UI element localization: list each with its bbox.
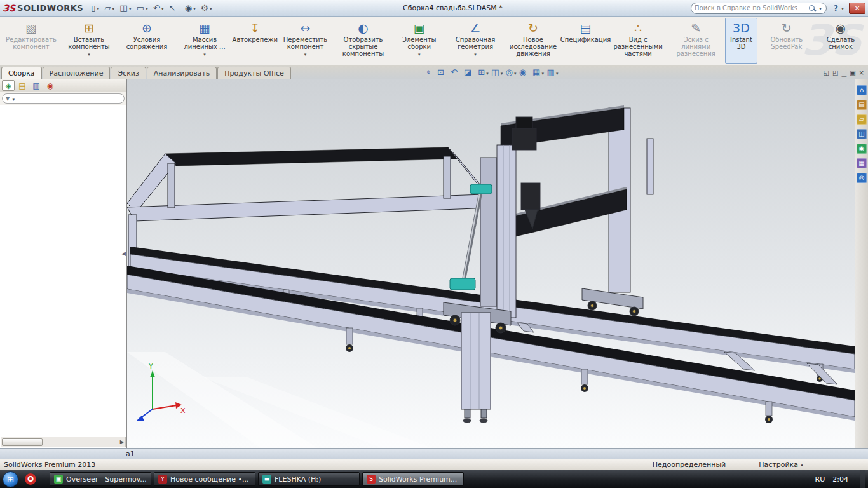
open-document-button[interactable]: ▱ xyxy=(103,3,117,14)
design-library-tab[interactable]: ▤ xyxy=(857,100,867,110)
feature-filter-input[interactable]: ▼ xyxy=(2,93,125,104)
search-icon[interactable] xyxy=(808,4,816,12)
opera-quicklaunch[interactable]: O xyxy=(25,473,36,485)
print-button[interactable]: ▭ xyxy=(135,3,151,14)
feature-tree-area[interactable] xyxy=(0,105,126,437)
save-button[interactable]: ◫ xyxy=(118,3,133,14)
linear-pattern-button[interactable]: ▦ Массив линейных ... xyxy=(176,18,233,64)
explode-line-sketch-button[interactable]: ✎ Эскиз с линиями разнесения xyxy=(667,18,724,64)
reference-geometry-button[interactable]: ∠ Справочная геометрия xyxy=(447,18,504,64)
panel-collapse-icon[interactable]: ◀ xyxy=(121,250,126,257)
tab-assembly[interactable]: Сборка xyxy=(1,67,42,79)
smart-fasteners-button[interactable]: ↧ Автокрепежи xyxy=(234,18,276,64)
dropdown-arrow-icon[interactable] xyxy=(513,69,518,77)
customize-menu[interactable]: Настройка ▴ xyxy=(759,461,803,469)
displaymanager-tab[interactable]: ◉ xyxy=(44,80,57,91)
undo-button[interactable]: ↶ xyxy=(152,3,166,14)
search-input[interactable] xyxy=(695,4,806,11)
search-dropdown-icon[interactable] xyxy=(818,4,823,12)
taskbar-fleshka[interactable]: ▬ FLESHKA (H:) xyxy=(258,472,360,486)
doc-close-button[interactable]: × xyxy=(859,69,864,77)
model-tab[interactable]: а1 xyxy=(126,450,135,458)
dropdown-arrow-icon[interactable] xyxy=(303,50,308,58)
taskbar-clock[interactable]: 2:04 xyxy=(832,475,852,484)
view-palette-tab[interactable]: ◫ xyxy=(857,129,867,139)
doc-pane-right-button[interactable]: ◰ xyxy=(832,69,838,77)
update-speedpak-button[interactable]: ↻ Обновить SpeedPak xyxy=(758,18,815,64)
help-dropdown-icon[interactable] xyxy=(840,4,845,12)
graphics-area[interactable]: Y X xyxy=(127,79,855,448)
dropdown-arrow-icon[interactable] xyxy=(202,50,207,58)
doc-restore-button[interactable]: ▣ xyxy=(850,69,855,77)
appearances-scenes-tab[interactable]: ◉ xyxy=(857,144,867,154)
solidworks-resources-tab[interactable]: ⌂ xyxy=(857,85,867,95)
zoom-area-button[interactable]: ⊡ xyxy=(437,67,449,78)
custom-properties-tab[interactable]: ▦ xyxy=(857,158,867,168)
propertymanager-tab[interactable]: ▤ xyxy=(16,80,29,91)
edit-appearance-button[interactable]: ◉ xyxy=(519,67,531,78)
move-component-button[interactable]: ↔ Переместить компонент xyxy=(277,18,334,64)
exploded-view-button[interactable]: ∴ Вид с разнесенными частями xyxy=(609,18,667,64)
taskbar-overseer[interactable]: ▣ Overseer - Supermov... xyxy=(50,472,151,486)
mate-button[interactable]: ⊕ Условия сопряжения xyxy=(118,18,175,64)
dropdown-arrow-icon[interactable] xyxy=(417,50,422,58)
scrollbar-thumb[interactable] xyxy=(2,438,43,446)
zoom-fit-button[interactable]: ⌖ xyxy=(426,67,436,78)
configurationmanager-tab[interactable]: ▥ xyxy=(30,80,43,91)
dropdown-arrow-icon[interactable] xyxy=(555,69,560,77)
view-settings-button[interactable]: ▥ xyxy=(546,67,559,78)
instant-3d-button[interactable]: 3D Instant 3D xyxy=(725,18,757,64)
new-document-button[interactable]: ▯ xyxy=(90,3,102,14)
taskbar-new-message[interactable]: Y Новое сообщение •... xyxy=(154,472,255,486)
bill-of-materials-button[interactable]: ▤ Спецификация xyxy=(562,18,609,64)
dropdown-arrow-icon[interactable] xyxy=(144,4,149,12)
rebuild-button[interactable]: ◉ xyxy=(184,3,198,14)
language-indicator[interactable]: RU xyxy=(815,475,825,484)
dropdown-arrow-icon[interactable] xyxy=(499,69,504,77)
edit-component-button[interactable]: ▧ Редактировать компонент xyxy=(3,18,60,64)
dropdown-arrow-icon[interactable] xyxy=(95,4,100,12)
tab-office-products[interactable]: Продукты Office xyxy=(217,67,290,79)
take-snapshot-button[interactable]: ◉ Сделать снимок xyxy=(816,18,865,64)
view-orientation-button[interactable]: ⊞ xyxy=(478,67,490,78)
filter-dropdown-icon[interactable] xyxy=(11,95,16,103)
tab-layout[interactable]: Расположение xyxy=(43,67,111,79)
hide-show-items-button[interactable]: ◎ xyxy=(505,67,517,78)
display-style-button[interactable]: ◫ xyxy=(491,67,504,78)
dropdown-arrow-icon[interactable] xyxy=(540,69,545,77)
view-tool-icon: ◪ xyxy=(464,67,471,78)
dropdown-arrow-icon[interactable] xyxy=(111,4,116,12)
featuremanager-tree-tab[interactable]: ◈ xyxy=(2,80,15,91)
tab-evaluate[interactable]: Анализировать xyxy=(147,67,217,79)
show-hidden-components-button[interactable]: ◐ Отобразить скрытые компоненты xyxy=(335,18,392,64)
new-motion-study-button[interactable]: ↻ Новое исследование движения xyxy=(505,18,562,64)
app-close-button[interactable]: × xyxy=(849,3,865,14)
panel-horizontal-scrollbar[interactable]: ▶ xyxy=(1,437,126,447)
scroll-right-icon[interactable]: ▶ xyxy=(119,439,125,445)
dropdown-arrow-icon[interactable] xyxy=(160,4,165,12)
doc-pane-left-button[interactable]: ◱ xyxy=(824,69,829,77)
previous-view-button[interactable]: ↶ xyxy=(451,67,463,78)
dropdown-arrow-icon[interactable] xyxy=(86,50,92,58)
apply-scene-button[interactable]: ▦ xyxy=(532,67,545,78)
options-button[interactable]: ⚙ xyxy=(200,3,215,14)
dropdown-arrow-icon[interactable] xyxy=(208,4,214,12)
file-explorer-tab[interactable]: ▱ xyxy=(857,114,867,125)
taskbar-solidworks[interactable]: S SolidWorks Premium... xyxy=(362,472,464,486)
help-icon[interactable]: ? xyxy=(832,4,840,13)
dropdown-arrow-icon[interactable] xyxy=(485,69,490,77)
tab-sketch[interactable]: Эскиз xyxy=(111,67,146,79)
section-view-button[interactable]: ◪ xyxy=(464,67,477,78)
help-search-box[interactable] xyxy=(691,3,827,14)
show-desktop-button[interactable] xyxy=(860,470,865,488)
forum-tab[interactable]: ◎ xyxy=(857,173,867,183)
start-button[interactable]: ⊞ xyxy=(3,471,18,487)
insert-components-button[interactable]: ⊞ Вставить компоненты xyxy=(60,18,118,64)
dropdown-arrow-icon[interactable] xyxy=(473,50,478,58)
assembly-features-button[interactable]: ▣ Элементы сборки xyxy=(393,18,446,64)
doc-minimize-button[interactable]: ▁ xyxy=(841,69,846,77)
dropdown-arrow-icon[interactable] xyxy=(192,4,197,12)
select-button[interactable]: ↖ xyxy=(168,3,182,14)
dropdown-arrow-icon[interactable] xyxy=(128,4,133,12)
view-tool-icon: ◎ xyxy=(505,67,512,78)
